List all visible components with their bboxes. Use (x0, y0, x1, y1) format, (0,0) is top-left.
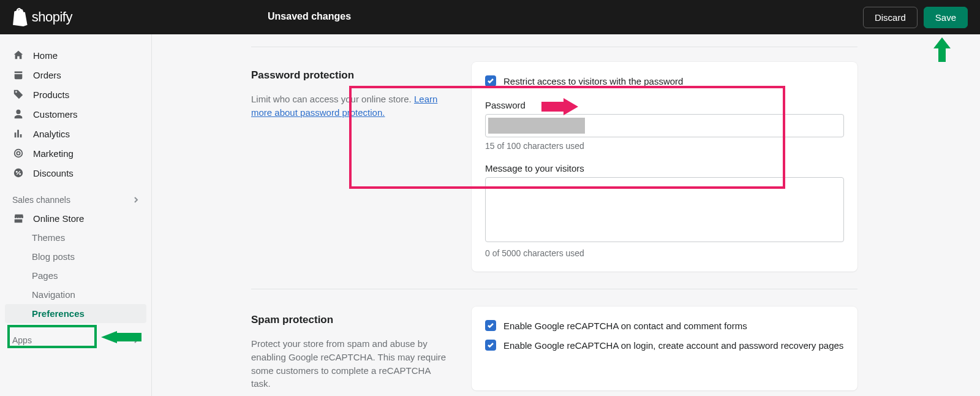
recaptcha-login-checkbox[interactable] (485, 340, 496, 351)
nav-analytics-label: Analytics (33, 129, 70, 139)
nav-home[interactable]: Home (0, 45, 151, 65)
message-field-label: Message to your visitors (485, 163, 844, 173)
checkmark-icon (487, 77, 494, 85)
store-icon (12, 213, 24, 224)
customers-icon (12, 109, 24, 120)
recaptcha-login-label: Enable Google reCAPTCHA on login, create… (503, 340, 843, 351)
nav-products[interactable]: Products (0, 85, 151, 104)
subnav-themes[interactable]: Themes (0, 228, 151, 247)
svg-point-1 (15, 150, 23, 158)
nav-discounts[interactable]: Discounts (0, 163, 151, 183)
shopping-bag-icon (12, 8, 28, 26)
analytics-icon (12, 128, 24, 139)
subnav-pages[interactable]: Pages (0, 266, 151, 285)
subnav-preferences[interactable]: Preferences (5, 304, 146, 323)
topbar-actions: Discard Save (863, 7, 968, 28)
annotation-red-arrow-icon (541, 98, 578, 115)
sales-channels-label: Sales channels (12, 195, 70, 205)
recaptcha-contact-checkbox[interactable] (485, 320, 496, 331)
nav-orders[interactable]: Orders (0, 65, 151, 85)
subnav-blog-posts[interactable]: Blog posts (0, 247, 151, 266)
restrict-access-checkbox[interactable] (485, 75, 496, 86)
nav-analytics[interactable]: Analytics (0, 124, 151, 143)
subnav-navigation[interactable]: Navigation (0, 285, 151, 304)
nav-products-label: Products (33, 89, 69, 100)
brand-text: shopify (32, 9, 72, 25)
discounts-icon (12, 167, 24, 178)
apps-label: Apps (12, 335, 32, 345)
password-section-desc: Limit who can access your online store. … (251, 93, 447, 120)
shopify-logo: shopify (12, 8, 72, 26)
svg-marker-4 (933, 37, 951, 62)
discard-button[interactable]: Discard (863, 7, 918, 28)
topbar: shopify Unsaved changes Discard Save (0, 0, 980, 34)
recaptcha-contact-row[interactable]: Enable Google reCAPTCHA on contact and c… (485, 320, 844, 331)
nav-online-store[interactable]: Online Store (0, 208, 151, 228)
nav-online-store-label: Online Store (33, 213, 84, 224)
message-field-group: Message to your visitors 0 of 5000 chara… (485, 163, 844, 258)
spam-section-desc: Protect your store from spam and abuse b… (251, 337, 447, 390)
password-section-title: Password protection (251, 69, 447, 82)
orders-icon (12, 69, 24, 80)
nav-customers[interactable]: Customers (0, 104, 151, 124)
nav-marketing-label: Marketing (33, 148, 74, 159)
nav-marketing[interactable]: Marketing (0, 143, 151, 163)
svg-marker-3 (541, 98, 578, 115)
message-char-count: 0 of 5000 characters used (485, 248, 844, 258)
save-button[interactable]: Save (924, 7, 968, 28)
svg-point-0 (17, 151, 20, 154)
main-content: Password protection Limit who can access… (152, 34, 980, 396)
nav-orders-label: Orders (33, 70, 61, 80)
password-field-label: Password (485, 100, 844, 110)
annotation-save-arrow-icon (933, 37, 951, 62)
password-char-count: 15 of 100 characters used (485, 141, 844, 151)
password-redaction (488, 118, 585, 134)
checkmark-icon (487, 341, 494, 349)
password-protection-section: Password protection Limit who can access… (251, 62, 858, 272)
svg-marker-5 (101, 331, 141, 343)
nav-discounts-label: Discounts (33, 168, 74, 178)
message-textarea[interactable] (485, 177, 844, 242)
checkmark-icon (487, 322, 494, 329)
annotation-green-arrow-icon (101, 331, 141, 343)
restrict-access-row[interactable]: Restrict access to visitors with the pas… (485, 75, 844, 86)
sales-channels-header[interactable]: Sales channels (0, 190, 151, 208)
recaptcha-login-row[interactable]: Enable Google reCAPTCHA on login, create… (485, 340, 844, 351)
spam-card: Enable Google reCAPTCHA on contact and c… (472, 307, 858, 390)
restrict-access-label: Restrict access to visitors with the pas… (503, 76, 683, 86)
home-icon (12, 50, 24, 61)
page-status-title: Unsaved changes (268, 11, 351, 22)
marketing-icon (12, 148, 24, 159)
products-icon (12, 89, 24, 100)
spam-section-title: Spam protection (251, 314, 447, 326)
password-field-group: Password 15 of 100 characters used (485, 100, 844, 151)
password-card: Restrict access to visitors with the pas… (472, 62, 858, 272)
chevron-right-icon (133, 195, 139, 205)
spam-protection-section: Spam protection Protect your store from … (251, 307, 858, 390)
recaptcha-contact-label: Enable Google reCAPTCHA on contact and c… (503, 321, 747, 331)
nav-customers-label: Customers (33, 109, 78, 120)
nav-home-label: Home (33, 50, 58, 61)
